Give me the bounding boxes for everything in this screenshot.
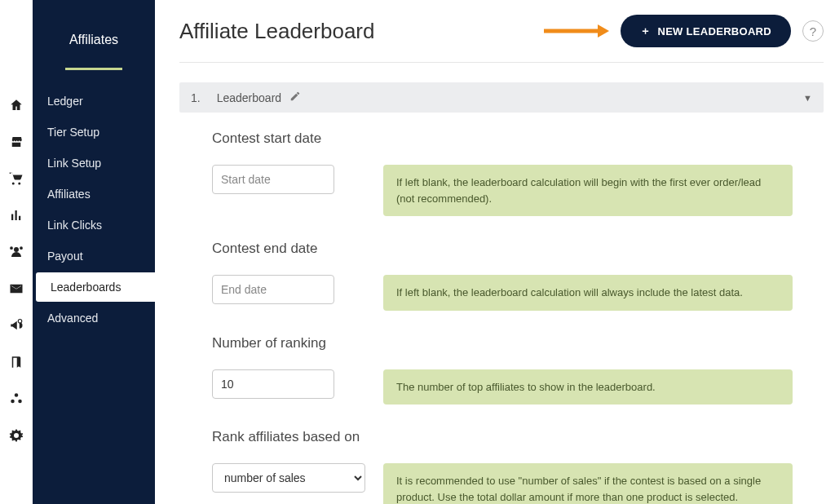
- mail-icon[interactable]: [9, 281, 24, 296]
- users-icon[interactable]: [9, 245, 24, 259]
- header: Affiliate Leaderboard ＋ NEW LEADERBOARD …: [179, 15, 824, 63]
- iconbar: [0, 0, 33, 504]
- svg-point-3: [18, 400, 22, 404]
- label-ranking: Number of ranking: [212, 335, 822, 351]
- pencil-icon[interactable]: [289, 91, 301, 104]
- accordion-header[interactable]: 1. Leaderboard ▼: [179, 82, 824, 113]
- nav-items: Ledger Tier Setup Link Setup Affiliates …: [33, 86, 155, 333]
- nav-link-setup[interactable]: Link Setup: [33, 148, 155, 178]
- label-start-date: Contest start date: [212, 130, 822, 147]
- svg-point-1: [15, 393, 19, 397]
- nav-tier-setup[interactable]: Tier Setup: [33, 117, 155, 147]
- nav-payout[interactable]: Payout: [33, 241, 155, 271]
- new-leaderboard-button[interactable]: ＋ NEW LEADERBOARD: [621, 15, 791, 47]
- annotation-arrow: [544, 23, 609, 39]
- nav-affiliates[interactable]: Affiliates: [33, 179, 155, 209]
- hint-based-on: It is recommended to use "number of sale…: [383, 463, 793, 504]
- svg-marker-5: [598, 24, 609, 38]
- megaphone-icon[interactable]: [9, 318, 24, 333]
- start-date-input[interactable]: [212, 165, 334, 194]
- chevron-down-icon[interactable]: ▼: [803, 93, 812, 103]
- cart-icon[interactable]: [9, 171, 24, 186]
- gear-icon[interactable]: [9, 428, 24, 443]
- hint-ranking: The number of top affiliates to show in …: [383, 369, 793, 405]
- hint-end-date: If left blank, the leaderboard calculati…: [383, 275, 793, 311]
- sidebar-underline: [65, 68, 122, 70]
- label-based-on: Rank affiliates based on: [212, 429, 822, 445]
- accordion-name: Leaderboard: [217, 91, 281, 104]
- sidebar: Affiliates Ledger Tier Setup Link Setup …: [33, 0, 155, 504]
- nodes-icon[interactable]: [9, 391, 24, 406]
- svg-point-0: [18, 320, 22, 324]
- new-leaderboard-label: NEW LEADERBOARD: [657, 25, 771, 38]
- end-date-input[interactable]: [212, 275, 334, 304]
- accordion-index: 1.: [191, 91, 201, 104]
- home-icon[interactable]: [9, 98, 24, 113]
- based-on-select[interactable]: number of sales: [212, 463, 365, 493]
- page-title: Affiliate Leaderboard: [179, 19, 374, 44]
- plus-icon: ＋: [640, 24, 651, 38]
- chart-icon[interactable]: [9, 208, 24, 223]
- nav-link-clicks[interactable]: Link Clicks: [33, 210, 155, 240]
- store-icon[interactable]: [9, 135, 24, 149]
- nav-leaderboards[interactable]: Leaderboards: [36, 272, 155, 302]
- sidebar-title: Affiliates: [33, 24, 155, 47]
- label-end-date: Contest end date: [212, 241, 822, 257]
- nav-ledger[interactable]: Ledger: [33, 86, 155, 116]
- book-icon[interactable]: [9, 355, 24, 369]
- help-button[interactable]: ?: [802, 20, 824, 42]
- nav-advanced[interactable]: Advanced: [33, 303, 155, 333]
- hint-start-date: If left blank, the leaderboard calculati…: [383, 165, 793, 216]
- form-body: Contest start date If left blank, the le…: [179, 113, 830, 504]
- main: Affiliate Leaderboard ＋ NEW LEADERBOARD …: [155, 0, 835, 504]
- svg-point-2: [11, 400, 15, 404]
- ranking-input[interactable]: [212, 369, 334, 399]
